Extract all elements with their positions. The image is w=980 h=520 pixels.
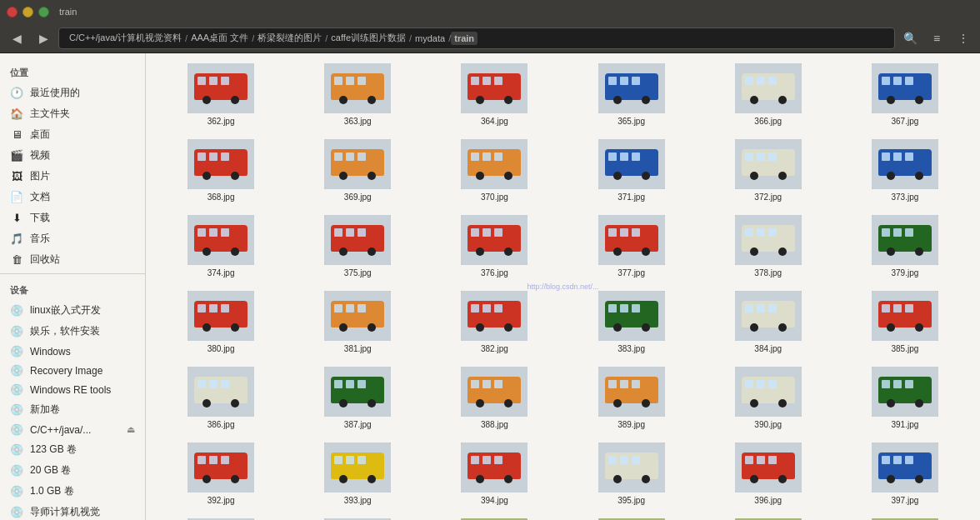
file-item[interactable]: 389.jpg [567, 363, 697, 432]
breadcrumb-item-1[interactable]: AAA桌面 文件 [188, 30, 252, 46]
file-name: 364.jpg [481, 117, 508, 126]
file-item[interactable]: 390.jpg [703, 363, 833, 432]
file-item[interactable]: 362.jpg [156, 60, 286, 129]
breadcrumb-item-5[interactable]: train [451, 32, 478, 45]
sidebar-device-item-2[interactable]: 💿Windows [0, 342, 145, 361]
file-item[interactable]: 396.jpg [703, 439, 833, 508]
sidebar-place-item-5[interactable]: 📄文档 [0, 187, 145, 208]
file-item[interactable]: 370.jpg [429, 136, 559, 205]
sidebar-place-item-2[interactable]: 🖥桌面 [0, 124, 145, 145]
sidebar-place-item-6[interactable]: ⬇下载 [0, 208, 145, 228]
sidebar-device-item-1[interactable]: 💿娱乐，软件安装 [0, 321, 145, 342]
sidebar-device-item-0[interactable]: 💿linux嵌入式开发 [0, 300, 145, 321]
eject-icon-6[interactable]: ⏏ [127, 424, 135, 435]
forward-button[interactable]: ▶ [32, 27, 55, 50]
file-item[interactable]: 376.jpg [429, 212, 559, 281]
minimize-button[interactable] [22, 7, 33, 18]
sidebar-device-item-4[interactable]: 💿Windows RE tools [0, 380, 145, 399]
menu-button[interactable]: ≡ [925, 27, 948, 50]
breadcrumb-item-3[interactable]: caffe训练图片数据 [328, 30, 409, 46]
file-name: 379.jpg [892, 268, 919, 278]
sidebar-place-item-1[interactable]: 🏠主文件夹 [0, 103, 145, 124]
sidebar-place-item-0[interactable]: 🕐最近使用的 [0, 82, 145, 103]
file-item[interactable]: 385.jpg [840, 288, 970, 357]
file-item[interactable]: 382.jpg [429, 288, 559, 357]
file-item[interactable]: 397.jpg [840, 439, 970, 508]
file-item[interactable]: 371.jpg [567, 136, 697, 205]
file-thumbnail [188, 367, 254, 417]
file-item[interactable]: 372.jpg [703, 136, 833, 205]
file-item[interactable]: 391.jpg [840, 363, 970, 432]
file-item[interactable]: 374.jpg [156, 212, 286, 281]
file-item[interactable]: 379.jpg [840, 212, 970, 281]
sidebar-section-device: 设备 [0, 278, 145, 300]
sidebar-place-item-8[interactable]: 🗑回收站 [0, 249, 145, 270]
file-item[interactable]: 365.jpg [567, 60, 697, 129]
sidebar-device-icon-5: 💿 [10, 403, 23, 416]
file-item[interactable]: 378.jpg [703, 212, 833, 281]
sidebar-device-icon-6: 💿 [10, 423, 23, 436]
file-item[interactable]: 364.jpg [429, 60, 559, 129]
maximize-button[interactable] [38, 7, 49, 18]
breadcrumb-item-2[interactable]: 桥梁裂缝的图片 [254, 30, 325, 46]
back-button[interactable]: ◀ [5, 27, 28, 50]
sidebar-device-item-5[interactable]: 💿新加卷 [0, 399, 145, 420]
file-item[interactable]: 386.jpg [156, 363, 286, 432]
window-title: train [59, 7, 77, 17]
file-item[interactable]: 394.jpg [429, 439, 559, 508]
file-thumbnail [872, 139, 938, 189]
file-item[interactable]: 368.jpg [156, 136, 286, 205]
file-item[interactable]: 367.jpg [840, 60, 970, 129]
file-item[interactable]: 380.jpg [156, 288, 286, 357]
breadcrumb-item-0[interactable]: C/C++/java/计算机视觉资料 [66, 30, 185, 46]
sidebar-device-label-0: linux嵌入式开发 [30, 303, 101, 318]
file-item[interactable]: 363.jpg [292, 60, 422, 129]
sidebar-place-icon-3: 🎬 [10, 149, 23, 162]
file-item[interactable]: 392.jpg [156, 439, 286, 508]
sidebar-place-item-7[interactable]: 🎵音乐 [0, 228, 145, 249]
file-item[interactable]: 377.jpg [567, 212, 697, 281]
sidebar-place-label-8: 回收站 [30, 252, 60, 267]
file-item[interactable]: 369.jpg [292, 136, 422, 205]
file-item[interactable]: 388.jpg [429, 363, 559, 432]
file-thumbnail [735, 63, 802, 113]
sidebar-device-item-6[interactable]: 💿C/C++/java/...⏏ [0, 420, 145, 439]
file-item[interactable]: 381.jpg [292, 288, 422, 357]
file-name: 362.jpg [208, 117, 235, 126]
titlebar: train [0, 0, 980, 23]
file-thumbnail [324, 215, 391, 265]
sidebar-place-icon-5: 📄 [10, 191, 23, 203]
close-button[interactable] [7, 7, 18, 18]
file-item[interactable]: 395.jpg [567, 439, 697, 508]
sidebar-place-item-4[interactable]: 🖼图片 [0, 166, 145, 187]
sidebar-place-item-3[interactable]: 🎬视频 [0, 145, 145, 166]
file-item[interactable]: 383.jpg [567, 288, 697, 357]
sidebar-device-item-9[interactable]: 💿1.0 GB 卷 [0, 481, 145, 502]
file-item[interactable]: 420.jpg [429, 515, 559, 520]
file-thumbnail [735, 291, 802, 341]
sidebar-device-item-3[interactable]: 💿Recovery Image [0, 361, 145, 380]
file-item[interactable]: 423.jpg [840, 515, 970, 520]
file-item[interactable]: 387.jpg [292, 363, 422, 432]
file-item[interactable]: 384.jpg [703, 288, 833, 357]
search-button[interactable]: 🔍 [898, 27, 922, 50]
breadcrumb-item-4[interactable]: mydata [412, 32, 448, 45]
content-area[interactable]: http://blog.csdn.net/... 362.jpg363.jpg3… [146, 53, 980, 520]
sidebar-device-icon-4: 💿 [10, 383, 23, 396]
file-thumbnail [461, 139, 528, 189]
sidebar-device-item-8[interactable]: 💿20 GB 卷 [0, 460, 145, 481]
sidebar-device-item-7[interactable]: 💿123 GB 卷 [0, 439, 145, 460]
file-thumbnail [872, 63, 938, 113]
file-item[interactable]: 422.jpg [703, 515, 833, 520]
sidebar-device-icon-7: 💿 [10, 443, 23, 456]
sidebar-device-item-10[interactable]: 💿导师计算机视觉 [0, 502, 145, 520]
file-name: 371.jpg [618, 192, 645, 202]
file-item[interactable]: 421.jpg [567, 515, 697, 520]
file-item[interactable]: 393.jpg [292, 439, 422, 508]
file-item[interactable]: 399.jpg [292, 515, 422, 520]
file-item[interactable]: 373.jpg [840, 136, 970, 205]
settings-button[interactable]: ⋮ [952, 27, 975, 50]
file-item[interactable]: 375.jpg [292, 212, 422, 281]
file-item[interactable]: 398.jpg [156, 515, 286, 520]
file-item[interactable]: 366.jpg [703, 60, 833, 129]
